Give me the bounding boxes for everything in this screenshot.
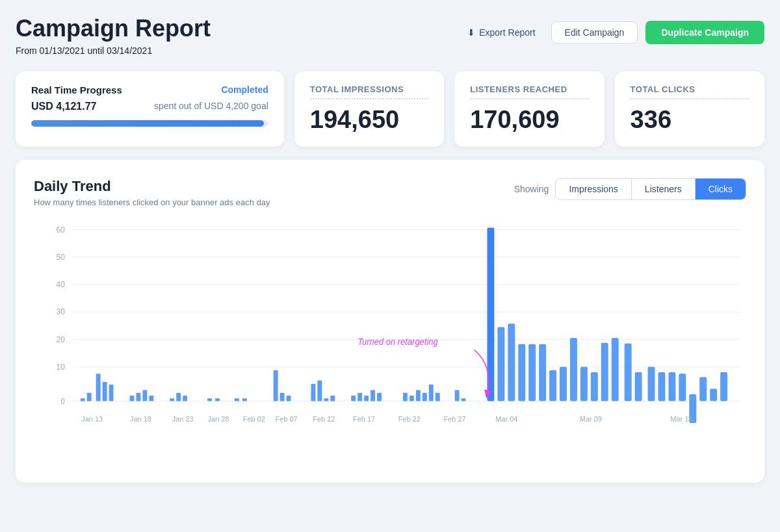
svg-rect-31 <box>280 392 285 401</box>
svg-rect-67 <box>668 372 675 401</box>
listeners-label: Listeners Reached <box>470 84 588 99</box>
impressions-value: 194,650 <box>310 106 428 134</box>
tab-listeners[interactable]: Listeners <box>632 179 696 199</box>
progress-header: Real Time Progress Completed <box>31 84 268 95</box>
svg-rect-17 <box>103 381 107 401</box>
header-actions: ⬇ Export Report Edit Campaign Duplicate … <box>460 21 764 44</box>
svg-rect-25 <box>183 396 187 401</box>
svg-rect-22 <box>149 396 153 401</box>
svg-rect-41 <box>377 392 382 401</box>
chart-area: 60 50 40 30 20 10 0 <box>34 223 746 470</box>
svg-rect-57 <box>560 366 567 401</box>
svg-rect-66 <box>658 372 665 401</box>
svg-rect-15 <box>87 392 92 401</box>
chart-header: Daily Trend How many times listeners cli… <box>34 178 746 207</box>
svg-rect-49 <box>462 398 466 401</box>
svg-text:Feb 27: Feb 27 <box>444 414 466 422</box>
svg-rect-40 <box>370 390 375 401</box>
progress-amounts: USD 4,121.77 spent out of USD 4,200 goal <box>31 101 268 112</box>
export-button[interactable]: ⬇ Export Report <box>460 22 543 43</box>
svg-rect-63 <box>625 343 632 401</box>
svg-rect-44 <box>416 390 421 401</box>
svg-text:30: 30 <box>57 307 65 316</box>
svg-text:40: 40 <box>57 280 65 289</box>
svg-rect-28 <box>235 398 239 401</box>
svg-rect-27 <box>215 398 220 401</box>
svg-rect-48 <box>455 390 460 401</box>
svg-rect-34 <box>317 380 322 401</box>
svg-text:Jan 18: Jan 18 <box>130 414 151 422</box>
svg-rect-38 <box>358 392 362 401</box>
svg-text:Jan 13: Jan 13 <box>81 414 103 422</box>
svg-rect-59 <box>580 366 588 401</box>
chart-tab-group: Impressions Listeners Clicks <box>555 178 746 200</box>
clicks-label: Total Clicks <box>630 84 749 99</box>
svg-rect-16 <box>96 374 101 401</box>
clicks-value: 336 <box>630 106 749 134</box>
svg-rect-30 <box>274 370 278 401</box>
svg-text:20: 20 <box>57 335 65 344</box>
svg-rect-35 <box>324 398 328 401</box>
listeners-card: Listeners Reached 170,609 <box>454 71 604 147</box>
svg-rect-71 <box>710 388 717 401</box>
svg-text:Mar 09: Mar 09 <box>580 414 602 422</box>
progress-label: Real Time Progress <box>31 84 122 95</box>
svg-rect-23 <box>170 398 174 401</box>
svg-text:0: 0 <box>60 396 65 405</box>
svg-rect-36 <box>330 396 335 401</box>
edit-campaign-button[interactable]: Edit Campaign <box>551 21 638 44</box>
svg-text:Jan 23: Jan 23 <box>172 414 194 422</box>
svg-rect-47 <box>436 392 440 401</box>
svg-text:Mar 04: Mar 04 <box>495 414 517 422</box>
svg-text:Feb 22: Feb 22 <box>398 414 421 422</box>
svg-rect-61 <box>601 342 608 401</box>
svg-rect-26 <box>207 398 212 401</box>
svg-rect-54 <box>528 344 536 401</box>
svg-rect-51 <box>497 327 504 401</box>
svg-rect-64 <box>635 372 642 401</box>
spent-amount: USD 4,121.77 <box>31 101 97 112</box>
tab-clicks[interactable]: Clicks <box>696 179 746 199</box>
svg-text:Feb 02: Feb 02 <box>243 414 265 422</box>
page-container: Campaign Report From 01/13/2021 until 03… <box>16 16 764 483</box>
svg-rect-52 <box>508 323 515 401</box>
svg-rect-55 <box>539 344 546 401</box>
svg-rect-72 <box>720 372 727 401</box>
chart-card: Daily Trend How many times listeners cli… <box>16 160 764 483</box>
svg-text:Feb 07: Feb 07 <box>276 414 298 422</box>
svg-rect-18 <box>109 385 114 401</box>
svg-rect-45 <box>422 392 427 401</box>
svg-rect-62 <box>612 338 619 401</box>
svg-rect-39 <box>364 396 369 401</box>
svg-text:Turned on retargeting: Turned on retargeting <box>358 336 438 346</box>
svg-rect-68 <box>679 374 686 401</box>
svg-rect-58 <box>570 338 577 401</box>
clicks-card: Total Clicks 336 <box>615 71 764 147</box>
chart-title: Daily Trend <box>34 178 270 195</box>
svg-rect-56 <box>549 370 556 401</box>
svg-rect-37 <box>351 396 356 401</box>
progress-suffix: spent out of USD 4,200 goal <box>154 101 268 112</box>
duplicate-campaign-button[interactable]: Duplicate Campaign <box>645 21 764 44</box>
svg-rect-43 <box>410 396 414 401</box>
header-left: Campaign Report From 01/13/2021 until 03… <box>16 16 211 56</box>
impressions-card: Total Impressions 194,650 <box>294 71 444 147</box>
svg-text:60: 60 <box>57 225 65 234</box>
svg-rect-33 <box>311 384 315 401</box>
progress-bar-background <box>31 120 268 127</box>
svg-rect-60 <box>591 372 598 401</box>
svg-rect-24 <box>176 392 181 401</box>
svg-text:Feb 17: Feb 17 <box>353 414 375 422</box>
chart-svg: 60 50 40 30 20 10 0 <box>34 223 746 470</box>
svg-rect-19 <box>129 396 134 401</box>
tab-impressions[interactable]: Impressions <box>556 179 631 199</box>
svg-rect-21 <box>142 390 147 401</box>
page-title: Campaign Report <box>16 16 211 42</box>
showing-label: Showing <box>514 184 549 194</box>
svg-text:Feb 12: Feb 12 <box>313 414 335 422</box>
svg-text:10: 10 <box>57 362 65 371</box>
chart-subtitle: How many times listeners clicked on your… <box>34 197 270 207</box>
progress-status: Completed <box>221 84 268 95</box>
chart-controls: Showing Impressions Listeners Clicks <box>514 178 746 200</box>
progress-bar-fill <box>31 120 264 127</box>
